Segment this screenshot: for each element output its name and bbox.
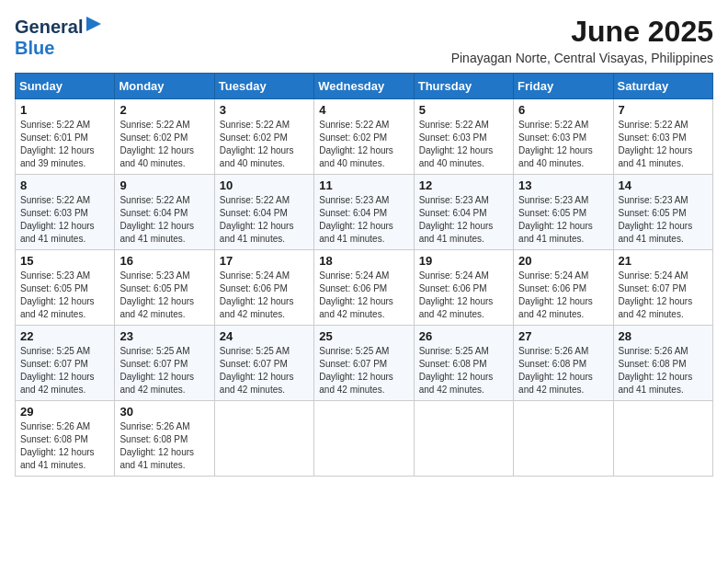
day-number: 10 — [220, 178, 309, 192]
calendar-cell: 25Sunrise: 5:25 AMSunset: 6:07 PMDayligh… — [314, 326, 414, 401]
logo-blue-text: Blue — [15, 38, 54, 59]
day-number: 24 — [220, 329, 309, 343]
calendar-body: 1Sunrise: 5:22 AMSunset: 6:01 PMDaylight… — [16, 99, 713, 477]
day-info: Sunrise: 5:22 AMSunset: 6:03 PMDaylight:… — [419, 119, 508, 170]
day-number: 21 — [619, 254, 708, 268]
calendar-cell: 13Sunrise: 5:23 AMSunset: 6:05 PMDayligh… — [514, 175, 613, 250]
col-tuesday: Tuesday — [214, 74, 313, 99]
day-info: Sunrise: 5:25 AMSunset: 6:07 PMDaylight:… — [20, 345, 109, 396]
calendar-cell: 10Sunrise: 5:22 AMSunset: 6:04 PMDayligh… — [214, 175, 313, 250]
calendar-cell: 23Sunrise: 5:25 AMSunset: 6:07 PMDayligh… — [115, 326, 214, 401]
day-number: 27 — [518, 329, 608, 343]
day-info: Sunrise: 5:23 AMSunset: 6:04 PMDaylight:… — [319, 194, 408, 246]
svg-marker-0 — [86, 17, 101, 31]
day-info: Sunrise: 5:25 AMSunset: 6:08 PMDaylight:… — [419, 345, 508, 396]
day-info: Sunrise: 5:23 AMSunset: 6:05 PMDaylight:… — [619, 194, 708, 246]
day-number: 13 — [518, 178, 608, 192]
calendar-cell: 11Sunrise: 5:23 AMSunset: 6:04 PMDayligh… — [314, 175, 414, 250]
day-info: Sunrise: 5:23 AMSunset: 6:05 PMDaylight:… — [119, 270, 209, 321]
calendar-week-row: 22Sunrise: 5:25 AMSunset: 6:07 PMDayligh… — [16, 326, 713, 401]
calendar-week-row: 29Sunrise: 5:26 AMSunset: 6:08 PMDayligh… — [16, 401, 713, 477]
calendar-cell: 27Sunrise: 5:26 AMSunset: 6:08 PMDayligh… — [514, 326, 613, 401]
day-info: Sunrise: 5:22 AMSunset: 6:03 PMDaylight:… — [518, 119, 608, 170]
calendar-cell: 18Sunrise: 5:24 AMSunset: 6:06 PMDayligh… — [314, 250, 414, 326]
day-number: 14 — [619, 178, 708, 192]
day-number: 20 — [518, 254, 608, 268]
calendar-week-row: 15Sunrise: 5:23 AMSunset: 6:05 PMDayligh… — [16, 250, 713, 326]
col-friday: Friday — [514, 74, 613, 99]
calendar-cell: 29Sunrise: 5:26 AMSunset: 6:08 PMDayligh… — [16, 401, 115, 477]
day-info: Sunrise: 5:26 AMSunset: 6:08 PMDaylight:… — [119, 420, 209, 472]
day-info: Sunrise: 5:22 AMSunset: 6:02 PMDaylight:… — [220, 119, 309, 170]
day-number: 8 — [20, 178, 109, 192]
day-number: 11 — [319, 178, 408, 192]
calendar-cell: 3Sunrise: 5:22 AMSunset: 6:02 PMDaylight… — [214, 99, 313, 175]
day-info: Sunrise: 5:24 AMSunset: 6:06 PMDaylight:… — [518, 270, 608, 321]
calendar-cell — [214, 401, 313, 477]
day-number: 26 — [419, 329, 508, 343]
col-monday: Monday — [115, 74, 214, 99]
day-number: 30 — [119, 405, 209, 419]
title-area: June 2025 Pinayagan Norte, Central Visay… — [451, 15, 713, 65]
calendar-cell: 2Sunrise: 5:22 AMSunset: 6:02 PMDaylight… — [115, 99, 214, 175]
day-info: Sunrise: 5:22 AMSunset: 6:01 PMDaylight:… — [20, 119, 109, 170]
header: General Blue June 2025 Pinayagan Norte, … — [15, 15, 713, 65]
day-number: 5 — [419, 103, 508, 117]
calendar-cell: 8Sunrise: 5:22 AMSunset: 6:03 PMDaylight… — [16, 175, 115, 250]
day-number: 23 — [119, 329, 209, 343]
day-number: 29 — [20, 405, 109, 419]
day-number: 12 — [419, 178, 508, 192]
calendar-week-row: 8Sunrise: 5:22 AMSunset: 6:03 PMDaylight… — [16, 175, 713, 250]
calendar-cell: 20Sunrise: 5:24 AMSunset: 6:06 PMDayligh… — [514, 250, 613, 326]
location-subtitle: Pinayagan Norte, Central Visayas, Philip… — [451, 51, 713, 65]
day-info: Sunrise: 5:26 AMSunset: 6:08 PMDaylight:… — [619, 345, 708, 396]
day-number: 9 — [119, 178, 209, 192]
day-info: Sunrise: 5:24 AMSunset: 6:06 PMDaylight:… — [419, 270, 508, 321]
calendar-cell — [514, 401, 613, 477]
col-wednesday: Wednesday — [314, 74, 414, 99]
col-thursday: Thursday — [414, 74, 513, 99]
day-number: 16 — [119, 254, 209, 268]
day-info: Sunrise: 5:24 AMSunset: 6:06 PMDaylight:… — [220, 270, 309, 321]
calendar-cell: 14Sunrise: 5:23 AMSunset: 6:05 PMDayligh… — [613, 175, 712, 250]
calendar-cell: 30Sunrise: 5:26 AMSunset: 6:08 PMDayligh… — [115, 401, 214, 477]
calendar-cell: 6Sunrise: 5:22 AMSunset: 6:03 PMDaylight… — [514, 99, 613, 175]
calendar-cell: 28Sunrise: 5:26 AMSunset: 6:08 PMDayligh… — [613, 326, 712, 401]
day-info: Sunrise: 5:26 AMSunset: 6:08 PMDaylight:… — [518, 345, 608, 396]
day-number: 25 — [319, 329, 408, 343]
day-number: 22 — [20, 329, 109, 343]
calendar-cell: 15Sunrise: 5:23 AMSunset: 6:05 PMDayligh… — [16, 250, 115, 326]
day-number: 7 — [619, 103, 708, 117]
day-number: 6 — [518, 103, 608, 117]
day-number: 2 — [119, 103, 209, 117]
calendar-cell: 26Sunrise: 5:25 AMSunset: 6:08 PMDayligh… — [414, 326, 513, 401]
day-number: 1 — [20, 103, 109, 117]
day-info: Sunrise: 5:23 AMSunset: 6:05 PMDaylight:… — [20, 270, 109, 321]
calendar-cell: 24Sunrise: 5:25 AMSunset: 6:07 PMDayligh… — [214, 326, 313, 401]
col-sunday: Sunday — [16, 74, 115, 99]
calendar-week-row: 1Sunrise: 5:22 AMSunset: 6:01 PMDaylight… — [16, 99, 713, 175]
calendar-cell: 5Sunrise: 5:22 AMSunset: 6:03 PMDaylight… — [414, 99, 513, 175]
day-info: Sunrise: 5:24 AMSunset: 6:06 PMDaylight:… — [319, 270, 408, 321]
day-number: 28 — [619, 329, 708, 343]
calendar-cell: 9Sunrise: 5:22 AMSunset: 6:04 PMDaylight… — [115, 175, 214, 250]
calendar-cell: 1Sunrise: 5:22 AMSunset: 6:01 PMDaylight… — [16, 99, 115, 175]
day-info: Sunrise: 5:26 AMSunset: 6:08 PMDaylight:… — [20, 420, 109, 472]
day-info: Sunrise: 5:22 AMSunset: 6:02 PMDaylight:… — [319, 119, 408, 170]
calendar-cell: 16Sunrise: 5:23 AMSunset: 6:05 PMDayligh… — [115, 250, 214, 326]
day-info: Sunrise: 5:25 AMSunset: 6:07 PMDaylight:… — [319, 345, 408, 396]
day-number: 18 — [319, 254, 408, 268]
logo-general-text: General — [15, 17, 83, 37]
day-info: Sunrise: 5:25 AMSunset: 6:07 PMDaylight:… — [119, 345, 209, 396]
day-info: Sunrise: 5:23 AMSunset: 6:04 PMDaylight:… — [419, 194, 508, 246]
day-info: Sunrise: 5:22 AMSunset: 6:02 PMDaylight:… — [119, 119, 209, 170]
day-number: 4 — [319, 103, 408, 117]
day-number: 3 — [220, 103, 309, 117]
day-info: Sunrise: 5:24 AMSunset: 6:07 PMDaylight:… — [619, 270, 708, 321]
calendar-header-row: Sunday Monday Tuesday Wednesday Thursday… — [16, 74, 713, 99]
day-number: 17 — [220, 254, 309, 268]
logo-flag-icon — [85, 15, 103, 37]
calendar-cell: 17Sunrise: 5:24 AMSunset: 6:06 PMDayligh… — [214, 250, 313, 326]
calendar-cell: 22Sunrise: 5:25 AMSunset: 6:07 PMDayligh… — [16, 326, 115, 401]
day-info: Sunrise: 5:25 AMSunset: 6:07 PMDaylight:… — [220, 345, 309, 396]
